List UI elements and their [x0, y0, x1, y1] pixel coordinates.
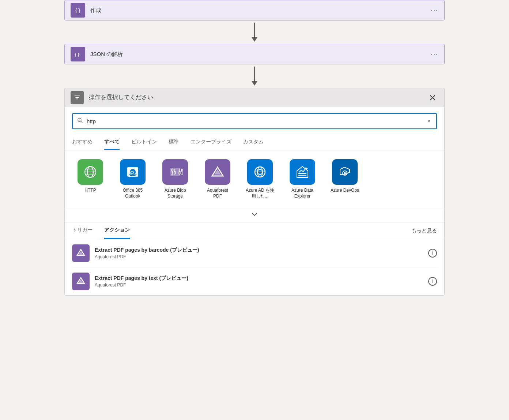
svg-text:{}: {}: [75, 7, 81, 14]
arrow-connector-1: [252, 20, 257, 44]
connector-icon-azuread: [247, 159, 273, 185]
arrow-line-1: [254, 23, 255, 37]
connector-icon-aquaforest: [205, 159, 230, 185]
action-icon-1: [72, 244, 90, 262]
tab-custom[interactable]: カスタム: [243, 135, 264, 150]
action-source-2: Aquaforest PDF: [95, 282, 423, 288]
action-info-2: Extract PDF pages by text (プレビュー) Aquafo…: [95, 275, 423, 288]
svg-point-34: [344, 172, 346, 174]
step-json-title: JSON の解析: [90, 51, 431, 58]
svg-line-8: [81, 121, 82, 123]
tab-builtin[interactable]: ビルトイン: [131, 135, 157, 150]
connector-azuredataexp[interactable]: Azure Data Explorer: [284, 156, 321, 202]
panel-header-title: 操作を選択してください: [89, 94, 427, 101]
main-container: {} 作成 ··· {} JSON の解析 ···: [0, 0, 509, 420]
search-icon: [77, 117, 83, 125]
step-json-menu[interactable]: ···: [431, 50, 438, 58]
azureblob-icon-svg: 10 01 01 10: [167, 164, 183, 180]
chevron-down-icon: [251, 211, 258, 218]
panel-header-icon: [71, 91, 84, 104]
step-card-json: {} JSON の解析 ···: [64, 44, 445, 64]
more-link[interactable]: もっと見る: [411, 228, 437, 234]
connector-icon-azuredataexp: [290, 159, 315, 185]
connector-icon-office365: O: [120, 159, 146, 185]
search-clear-button[interactable]: ×: [426, 117, 432, 125]
svg-text:01 10: 01 10: [171, 168, 183, 173]
office365-icon-svg: O: [125, 164, 140, 180]
connector-icon-azuredevops: [332, 159, 358, 185]
action-name-1: Extract PDF pages by barcode (プレビュー): [95, 247, 423, 254]
http-icon-svg: [83, 165, 98, 179]
close-icon: [430, 95, 436, 101]
code-icon: {}: [74, 6, 82, 14]
connector-azuredevops[interactable]: Azure DevOps: [327, 156, 363, 202]
action-info-button-1[interactable]: i: [428, 249, 437, 258]
connector-icon-azureblob: 10 01 01 10: [162, 159, 188, 185]
tab-action[interactable]: アクション: [104, 222, 130, 239]
arrow-head-1: [252, 37, 257, 42]
svg-marker-32: [305, 167, 308, 169]
search-box-wrap: ×: [65, 107, 444, 135]
connector-label-azureblob: Azure Blob Storage: [160, 188, 191, 199]
search-box: ×: [72, 113, 437, 129]
flow-area: {} 作成 ··· {} JSON の解析 ···: [0, 0, 509, 296]
connector-azuread[interactable]: Azure AD を使用した...: [242, 156, 278, 202]
step-icon-top: {}: [71, 3, 85, 18]
connectors-grid: HTTP O: [72, 156, 437, 202]
action-tabs-row: トリガー アクション もっと見る: [65, 222, 444, 239]
filter-icon: [73, 94, 81, 101]
action-list: Extract PDF pages by barcode (プレビュー) Aqu…: [65, 239, 444, 295]
tab-all[interactable]: すべて: [104, 135, 120, 150]
close-button[interactable]: [427, 92, 438, 104]
action-source-1: Aquaforest PDF: [95, 254, 423, 259]
connector-office365[interactable]: O Office 365 Outlook: [114, 156, 151, 202]
connector-label-http: HTTP: [84, 188, 96, 194]
svg-text:{}: {}: [74, 52, 80, 57]
tab-recommended[interactable]: おすすめ: [72, 135, 93, 150]
svg-rect-4: [76, 98, 78, 99]
connector-aquaforest[interactable]: Aquaforest PDF: [199, 156, 236, 202]
panel-header: 操作を選択してください: [65, 88, 444, 107]
tab-trigger[interactable]: トリガー: [72, 222, 93, 239]
arrow-line-2: [254, 67, 255, 81]
connector-http[interactable]: HTTP: [72, 156, 109, 202]
connector-label-office365: Office 365 Outlook: [117, 188, 148, 199]
step-card-top: {} 作成 ···: [64, 0, 445, 20]
tab-standard[interactable]: 標準: [169, 135, 179, 150]
aquaforest-icon-svg: [210, 164, 225, 180]
connector-label-aquaforest: Aquaforest PDF: [202, 188, 233, 199]
connector-icon-http: [78, 159, 103, 185]
arrow-connector-2: [252, 64, 257, 88]
connectors-section: HTTP O: [65, 150, 444, 208]
connector-azureblob[interactable]: 10 01 01 10 Azure Blob Storage: [157, 156, 193, 202]
svg-text:O: O: [130, 170, 134, 175]
aquaforest-action-icon-1: [76, 248, 86, 258]
json-icon: {}: [74, 50, 82, 58]
search-input[interactable]: [87, 118, 426, 124]
action-icon-2: [72, 273, 90, 290]
svg-rect-3: [75, 97, 79, 98]
svg-rect-18: [130, 175, 136, 176]
arrow-head-2: [252, 81, 257, 86]
magnifier-icon: [77, 117, 83, 123]
expand-row[interactable]: [65, 208, 444, 222]
azuread-icon-svg: [252, 164, 268, 180]
tab-enterprise[interactable]: エンタープライズ: [191, 135, 231, 150]
step-icon-json: {}: [71, 47, 85, 61]
expand-chevron-icon: [251, 211, 258, 219]
step-top-title: 作成: [90, 7, 431, 14]
connector-label-azuredataexp: Azure Data Explorer: [287, 188, 318, 199]
action-item-1[interactable]: Extract PDF pages by barcode (プレビュー) Aqu…: [72, 239, 437, 267]
info-i-label-1: i: [432, 251, 433, 256]
connector-label-azuredevops: Azure DevOps: [331, 188, 359, 194]
svg-rect-2: [75, 95, 80, 96]
select-operation-panel: 操作を選択してください: [64, 88, 445, 296]
aquaforest-action-icon-2: [76, 276, 86, 286]
category-tabs-row: おすすめ すべて ビルトイン 標準 エンタープライズ カスタム: [65, 135, 444, 150]
action-item-2[interactable]: Extract PDF pages by text (プレビュー) Aquafo…: [72, 267, 437, 295]
step-top-menu[interactable]: ···: [431, 7, 438, 14]
action-name-2: Extract PDF pages by text (プレビュー): [95, 275, 423, 282]
action-info-1: Extract PDF pages by barcode (プレビュー) Aqu…: [95, 247, 423, 259]
action-info-button-2[interactable]: i: [428, 277, 437, 286]
info-i-label-2: i: [432, 279, 433, 284]
